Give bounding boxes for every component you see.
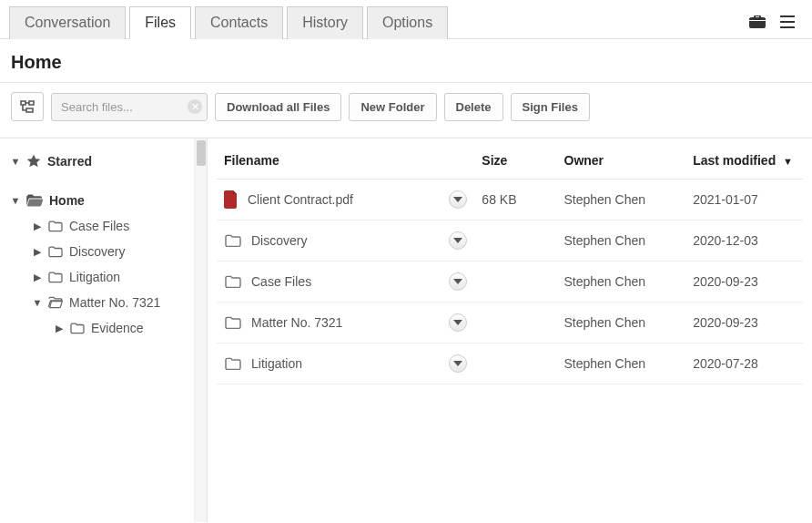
tab-conversation[interactable]: Conversation — [9, 6, 126, 39]
tree-discovery[interactable]: ▶ Discovery — [7, 239, 203, 264]
col-last-modified[interactable]: Last modified ▼ — [685, 138, 803, 179]
file-owner: Stephen Chen — [557, 262, 686, 303]
folder-tree: ▼ Starred ▼ Home — [7, 148, 203, 341]
file-modified: 2021-01-07 — [685, 179, 803, 220]
tree-label: Litigation — [69, 270, 120, 284]
tree-home[interactable]: ▼ Home — [7, 188, 203, 213]
delete-button[interactable]: Delete — [444, 93, 503, 121]
tree-label: Home — [49, 193, 85, 208]
briefcase-icon[interactable] — [748, 14, 766, 30]
file-size — [474, 220, 556, 262]
new-folder-button[interactable]: New Folder — [349, 93, 436, 121]
file-table: Filename Size Owner Last modified ▼ Clie… — [217, 138, 803, 385]
tab-contacts[interactable]: Contacts — [195, 6, 283, 39]
caret-right-icon: ▶ — [55, 323, 64, 334]
page-heading: Home — [0, 39, 812, 82]
search-box: ✕ — [51, 93, 208, 121]
file-modified: 2020-07-28 — [685, 344, 803, 385]
menu-icon[interactable] — [779, 15, 796, 29]
folder-icon — [47, 220, 64, 232]
col-size[interactable]: Size — [474, 138, 556, 179]
table-row[interactable]: Matter No. 7321Stephen Chen2020-09-23 — [217, 303, 803, 344]
file-modified: 2020-12-03 — [685, 220, 803, 262]
scrollbar-thumb[interactable] — [197, 140, 206, 166]
folder-icon — [47, 271, 64, 283]
sort-desc-icon: ▼ — [783, 156, 793, 167]
tab-files[interactable]: Files — [129, 6, 191, 39]
file-size — [474, 262, 556, 303]
sidebar: ▼ Starred ▼ Home — [0, 138, 208, 522]
tree-label: Case Files — [69, 219, 129, 233]
folder-open-icon — [25, 193, 44, 208]
tree-label: Evidence — [91, 321, 144, 335]
folder-icon — [224, 315, 242, 330]
content: ▼ Starred ▼ Home — [0, 138, 812, 522]
table-row[interactable]: DiscoveryStephen Chen2020-12-03 — [217, 220, 803, 262]
folder-icon — [224, 274, 242, 289]
file-size: 68 KB — [474, 179, 556, 220]
file-name: Case Files — [251, 274, 311, 289]
row-menu-button[interactable] — [449, 190, 467, 209]
row-menu-button[interactable] — [449, 231, 467, 250]
tab-options[interactable]: Options — [367, 6, 448, 39]
tree-case-files[interactable]: ▶ Case Files — [7, 213, 203, 239]
table-row[interactable]: LitigationStephen Chen2020-07-28 — [217, 344, 803, 385]
tree-litigation[interactable]: ▶ Litigation — [7, 264, 203, 290]
row-menu-button[interactable] — [449, 313, 467, 332]
tree-label: Discovery — [69, 244, 125, 259]
table-row[interactable]: Case FilesStephen Chen2020-09-23 — [217, 262, 803, 303]
file-modified: 2020-09-23 — [685, 262, 803, 303]
tabs-bar: Conversation Files Contacts History Opti… — [0, 0, 812, 39]
toolbar-wrap: ✕ Download all Files New Folder Delete S… — [0, 82, 812, 138]
toolbar: ✕ Download all Files New Folder Delete S… — [11, 92, 801, 121]
row-menu-button[interactable] — [449, 354, 467, 373]
clear-search-icon[interactable]: ✕ — [188, 99, 202, 114]
folder-open-icon — [47, 296, 64, 309]
tree-label: Matter No. 7321 — [69, 295, 160, 310]
file-name: Litigation — [251, 356, 302, 371]
col-last-modified-label: Last modified — [693, 153, 776, 168]
download-all-button[interactable]: Download all Files — [215, 93, 341, 121]
folder-icon — [69, 322, 86, 334]
page-title: Home — [11, 52, 801, 73]
folder-icon — [224, 356, 242, 371]
caret-down-icon: ▼ — [33, 297, 42, 308]
file-size — [474, 303, 556, 344]
tab-history[interactable]: History — [287, 6, 363, 39]
file-owner: Stephen Chen — [557, 220, 686, 262]
sign-files-button[interactable]: Sign Files — [511, 93, 590, 121]
file-name: Matter No. 7321 — [251, 315, 342, 330]
file-list: Filename Size Owner Last modified ▼ Clie… — [208, 138, 812, 522]
table-row[interactable]: Client Contract.pdf68 KBStephen Chen2021… — [217, 179, 803, 220]
pdf-file-icon — [224, 190, 239, 209]
tree-starred[interactable]: ▼ Starred — [7, 148, 203, 175]
folder-icon — [47, 245, 64, 258]
col-filename[interactable]: Filename — [217, 138, 440, 179]
tree-matter[interactable]: ▼ Matter No. 7321 — [7, 290, 203, 315]
folder-icon — [224, 233, 242, 248]
file-owner: Stephen Chen — [557, 179, 686, 220]
tree-evidence[interactable]: ▶ Evidence — [7, 315, 203, 341]
file-modified: 2020-09-23 — [685, 303, 803, 344]
caret-right-icon: ▶ — [33, 246, 42, 258]
file-name: Client Contract.pdf — [248, 192, 353, 207]
caret-down-icon: ▼ — [11, 156, 20, 167]
tree-label: Starred — [47, 154, 92, 169]
file-owner: Stephen Chen — [557, 303, 686, 344]
row-menu-button[interactable] — [449, 272, 467, 291]
file-size — [474, 344, 556, 385]
tabs: Conversation Files Contacts History Opti… — [9, 5, 448, 38]
search-input[interactable] — [51, 93, 208, 121]
file-owner: Stephen Chen — [557, 344, 686, 385]
caret-right-icon: ▶ — [33, 220, 42, 232]
scrollbar[interactable] — [194, 138, 207, 522]
tree-toggle-button[interactable] — [11, 92, 44, 121]
file-name: Discovery — [251, 233, 307, 248]
tabs-right — [748, 14, 803, 30]
caret-down-icon: ▼ — [11, 195, 20, 206]
star-icon — [25, 153, 42, 169]
col-owner[interactable]: Owner — [557, 138, 686, 179]
caret-right-icon: ▶ — [33, 272, 42, 283]
